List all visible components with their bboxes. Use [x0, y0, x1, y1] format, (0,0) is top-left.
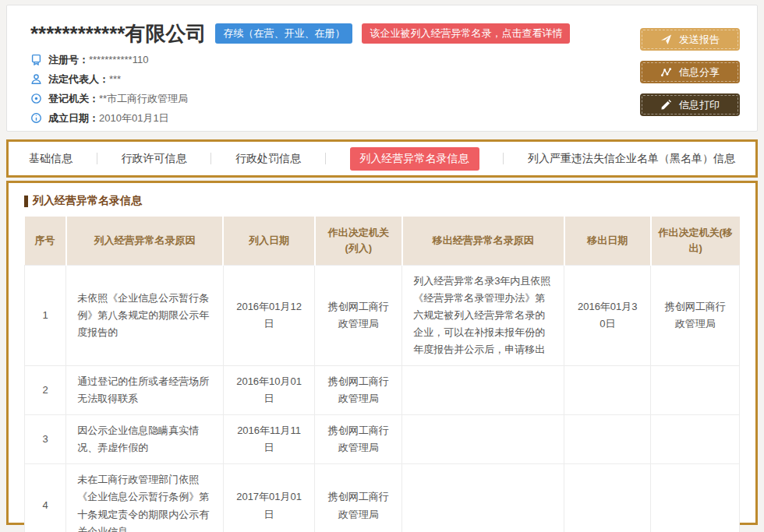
table-cell: 未依照《企业信息公示暂行条例》第八条规定的期限公示年度报告的: [66, 265, 224, 365]
company-info-item: 法定代表人：***: [30, 72, 570, 86]
registration-icon: [30, 54, 42, 65]
row-index-cell: 4: [25, 464, 66, 532]
print-info-button[interactable]: 信息打印: [640, 93, 740, 116]
tab-admin-license[interactable]: 行政许可信息: [122, 152, 187, 166]
row-index-cell: 3: [25, 415, 66, 464]
company-info-list: 注册号：***********110法定代表人：***登记机关：**市工商行政管…: [30, 53, 570, 125]
table-cell: [564, 415, 651, 464]
table-row: 1未依照《企业信息公示暂行条例》第八条规定的期限公示年度报告的2016年01月1…: [25, 265, 740, 365]
info-label: 注册号：: [48, 53, 89, 67]
tab-divider: [503, 153, 504, 164]
table-cell: 携创网工商行政管理局: [651, 265, 740, 365]
table-cell: 未在工商行政管理部门依照《企业信息公示暂行条例》第十条规定责令的期限内公示有关企…: [66, 464, 224, 532]
table-row: 3因公示企业信息隐瞒真实情况、弄虚作假的2016年11月11日携创网工商行政管理…: [25, 415, 740, 464]
table-cell: [651, 464, 740, 532]
tab-bar: 基础信息行政许可信息行政处罚信息列入经营异常名录信息列入严重违法失信企业名单（黑…: [6, 139, 758, 178]
info-value: ***********110: [89, 53, 148, 67]
company-summary: ************有限公司 存续（在营、开业、在册） 该企业被列入经营异常…: [30, 23, 570, 131]
table-cell: [651, 415, 740, 464]
column-header: 移出经营异常名录原因: [402, 217, 564, 265]
header-action-buttons: 发送报告信息分享信息打印: [640, 23, 740, 131]
pencil-icon: [660, 99, 672, 111]
table-cell: [402, 365, 564, 414]
column-header: 序号: [25, 217, 66, 265]
company-info-item: 成立日期：2010年01月1日: [30, 111, 570, 125]
person-icon: [30, 73, 42, 85]
abnormal-list-section: 列入经营异常名录信息 序号列入经营异常名录原因列入日期作出决定机关(列入)移出经…: [6, 181, 758, 525]
action-button-label: 发送报告: [679, 33, 720, 47]
page: ************有限公司 存续（在营、开业、在册） 该企业被列入经营异常…: [0, 0, 764, 525]
info-label: 法定代表人：: [48, 72, 109, 86]
column-header: 作出决定机关(列入): [315, 217, 402, 265]
table-cell: 2016年10月01日: [223, 365, 314, 414]
table-cell: 携创网工商行政管理局: [315, 464, 402, 532]
company-name: ************有限公司: [30, 23, 206, 45]
info-icon: [30, 112, 42, 124]
action-button-label: 信息打印: [679, 98, 720, 112]
tab-abnormal-list[interactable]: 列入经营异常名录信息: [350, 147, 479, 171]
abnormal-records-table: 序号列入经营异常名录原因列入日期作出决定机关(列入)移出经营异常名录原因移出日期…: [24, 217, 740, 532]
column-header: 列入日期: [223, 217, 314, 265]
table-cell: [564, 365, 651, 414]
table-cell: 携创网工商行政管理局: [315, 365, 402, 414]
send-icon: [660, 33, 672, 45]
table-cell: 2016年01月30日: [564, 265, 651, 365]
table-cell: 携创网工商行政管理局: [315, 415, 402, 464]
company-info-item: 注册号：***********110: [30, 53, 570, 67]
column-header: 作出决定机关(移出): [651, 217, 740, 265]
action-button-label: 信息分享: [679, 65, 720, 79]
abnormal-status-badge[interactable]: 该企业被列入经营异常名录，点击查看详情: [362, 23, 570, 44]
column-header: 移出日期: [564, 217, 651, 265]
tab-blacklist[interactable]: 列入严重违法失信企业名单（黑名单）信息: [528, 152, 735, 166]
title-bar-decoration: [24, 196, 28, 207]
table-cell: [564, 464, 651, 532]
table-cell: 2017年01月01日: [223, 464, 314, 532]
info-value: 2010年01月1日: [99, 111, 169, 125]
tab-divider: [210, 153, 211, 164]
status-badge: 存续（在营、开业、在册）: [215, 23, 352, 44]
table-row: 2通过登记的住所或者经营场所无法取得联系2016年10月01日携创网工商行政管理…: [25, 365, 740, 414]
table-row: 4未在工商行政管理部门依照《企业信息公示暂行条例》第十条规定责令的期限内公示有关…: [25, 464, 740, 532]
info-label: 登记机关：: [48, 92, 99, 106]
share-icon: [660, 66, 672, 78]
table-cell: 携创网工商行政管理局: [315, 265, 402, 365]
share-info-button[interactable]: 信息分享: [640, 61, 740, 83]
tab-admin-penalty[interactable]: 行政处罚信息: [235, 152, 301, 166]
table-cell: [402, 415, 564, 464]
tab-basic-info[interactable]: 基础信息: [29, 152, 73, 166]
company-info-item: 登记机关：**市工商行政管理局: [30, 92, 570, 106]
column-header: 列入经营异常名录原因: [66, 217, 224, 265]
info-label: 成立日期：: [48, 111, 99, 125]
section-title-text: 列入经营异常名录信息: [33, 194, 142, 208]
row-index-cell: 2: [25, 365, 66, 414]
table-cell: 列入经营异常名录3年内且依照《经营异常名录管理办法》第六规定被列入经营异常名录的…: [402, 265, 564, 365]
table-cell: 因公示企业信息隐瞒真实情况、弄虚作假的: [66, 415, 224, 464]
send-report-button[interactable]: 发送报告: [640, 28, 740, 51]
table-cell: 2016年01月12日: [223, 265, 314, 365]
table-cell: 2016年11月11日: [223, 415, 314, 464]
section-title: 列入经营异常名录信息: [24, 194, 740, 208]
table-cell: [402, 464, 564, 532]
company-title-row: ************有限公司 存续（在营、开业、在册） 该企业被列入经营异常…: [30, 23, 570, 45]
table-cell: [651, 365, 740, 414]
row-index-cell: 1: [25, 265, 66, 365]
table-cell: 通过登记的住所或者经营场所无法取得联系: [66, 365, 224, 414]
info-value: **市工商行政管理局: [99, 92, 188, 106]
location-icon: [30, 93, 42, 104]
tab-divider: [97, 153, 97, 164]
company-header-card: ************有限公司 存续（在营、开业、在册） 该企业被列入经营异常…: [6, 5, 758, 132]
table-header-row: 序号列入经营异常名录原因列入日期作出决定机关(列入)移出经营异常名录原因移出日期…: [25, 217, 740, 265]
tab-divider: [325, 153, 326, 164]
info-value: ***: [109, 72, 121, 86]
